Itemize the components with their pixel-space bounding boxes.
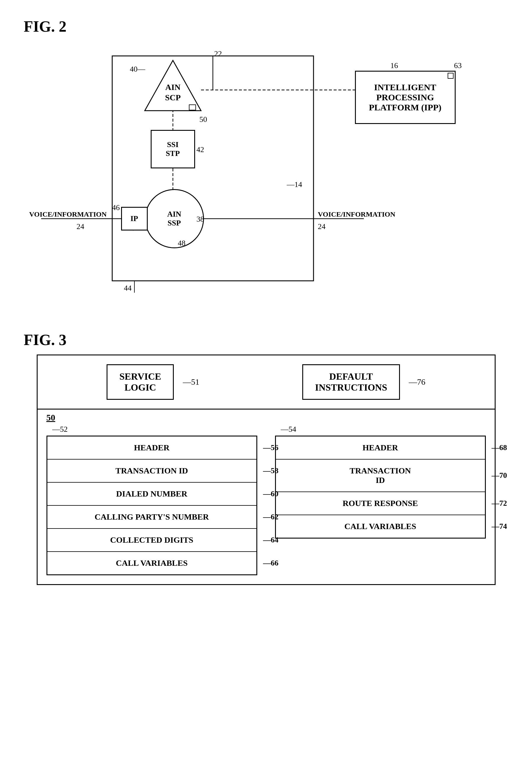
fig3-row-route-response: ROUTE RESPONSE —72 <box>276 492 485 515</box>
fig3-dialed-number-text: DIALED NUMBER <box>116 489 187 499</box>
fig3-ref-50: 50 <box>46 413 486 423</box>
fig3-row-call-variables-right: CALL VARIABLES —74 <box>276 515 485 538</box>
ipp-node: INTELLIGENTPROCESSINGPLATFORM (IPP) <box>355 71 456 124</box>
fig3-route-response-text: ROUTE RESPONSE <box>343 499 418 508</box>
voice-info-right: VOICE/INFORMATION <box>318 210 396 218</box>
ref-44: 44 <box>124 284 132 293</box>
fig3-columns: —52 HEADER —56 TRANSACTION ID —58 <box>46 425 486 575</box>
service-logic-label: SERVICELOGIC <box>119 371 161 393</box>
ref-40: 40— <box>130 65 145 74</box>
ref-46: 46 <box>112 203 120 212</box>
fig3-row-call-variables-left: CALL VARIABLES —66 <box>47 552 256 574</box>
svg-rect-0 <box>112 56 314 281</box>
ipp-label: INTELLIGENTPROCESSINGPLATFORM (IPP) <box>369 82 441 112</box>
ref-14: —14 <box>287 180 302 189</box>
fig3-outer-box: SERVICELOGIC —51 DEFAULTINSTRUCTIONS —76 <box>37 354 496 585</box>
ref-42: 42 <box>196 145 204 154</box>
ain-scp-node: AIN SCP <box>143 59 202 114</box>
voice-info-left: VOICE/INFORMATION <box>29 210 107 218</box>
ip-node: IP <box>121 207 148 230</box>
fig3-row-calling-party: CALLING PARTY'S NUMBER —62 <box>47 506 256 529</box>
fig3-call-variables-left-text: CALL VARIABLES <box>116 558 188 568</box>
fig3-calling-party-text: CALLING PARTY'S NUMBER <box>95 512 209 522</box>
ref-74: —74 <box>492 522 507 531</box>
fig2-diagram: AIN SCP 40— SSISTP 42 AINSSP 38 —14 IP <box>29 41 503 307</box>
fig3-call-variables-right-text: CALL VARIABLES <box>344 522 416 531</box>
fig3-transaction-id-right-text: TRANSACTIONID <box>350 466 411 485</box>
ref-51: —51 <box>183 377 199 387</box>
ref-63: 63 <box>454 61 462 70</box>
fig3-row-collected-digits: COLLECTED DIGITS —64 <box>47 529 256 552</box>
ref-54-label: —54 <box>275 425 486 434</box>
fig2-title: FIG. 2 <box>24 18 508 35</box>
ain-ssp-node: AINSSP <box>145 189 204 248</box>
fig3-right-container: —54 HEADER —68 TRANSACTIONID —70 <box>275 425 486 575</box>
ipp-small-box <box>448 73 454 79</box>
default-instructions-box: DEFAULTINSTRUCTIONS <box>302 364 400 400</box>
fig3-row-dialed-number: DIALED NUMBER —60 <box>47 483 256 506</box>
svg-text:SCP: SCP <box>165 93 180 102</box>
fig3-left-box: HEADER —56 TRANSACTION ID —58 DIALED NUM… <box>46 436 257 575</box>
fig3-title: FIG. 3 <box>24 331 508 348</box>
ssi-stp-node: SSISTP <box>151 130 195 168</box>
ip-label: IP <box>130 214 138 223</box>
fig3-bottom-area: 50 —52 HEADER —56 <box>38 410 495 584</box>
ain-ssp-label: AINSSP <box>167 210 181 227</box>
fig3-left-container: —52 HEADER —56 TRANSACTION ID —58 <box>46 425 257 575</box>
ref-16: 16 <box>391 61 398 70</box>
ain-scp-triangle-svg: AIN SCP <box>143 59 202 114</box>
fig3-header-right-text: HEADER <box>363 443 398 453</box>
fig3-section: FIG. 3 SERVICELOGIC —51 DEFAULTINSTRUCTI… <box>24 331 508 585</box>
ref-72: —72 <box>492 499 507 508</box>
ref-52: —52 <box>46 425 257 434</box>
fig3-row-header-left: HEADER —56 <box>47 437 256 460</box>
fig3-collected-digits-text: COLLECTED DIGITS <box>110 535 193 545</box>
ain-ssp-circle: AINSSP <box>145 189 204 248</box>
ref-38: 38 <box>196 215 204 224</box>
fig3-row-transaction-id: TRANSACTION ID —58 <box>47 460 256 483</box>
fig3-transaction-id-text: TRANSACTION ID <box>115 466 188 476</box>
fig3-top-row: SERVICELOGIC —51 DEFAULTINSTRUCTIONS —76 <box>38 355 495 410</box>
ref-76: —76 <box>409 377 425 387</box>
ssi-stp-label: SSISTP <box>166 140 180 158</box>
ref-70: —70 <box>492 471 507 480</box>
ref-24-right: 24 <box>318 222 326 231</box>
svg-text:AIN: AIN <box>165 83 180 92</box>
page: FIG. 2 <box>0 0 532 775</box>
default-instructions-label: DEFAULTINSTRUCTIONS <box>315 371 387 393</box>
fig3-header-left-text: HEADER <box>134 443 170 453</box>
fig3-row-transaction-id-right: TRANSACTIONID —70 <box>276 460 485 492</box>
svg-rect-15 <box>189 105 196 110</box>
fig3-right-box: HEADER —68 TRANSACTIONID —70 ROUTE RESPO… <box>275 436 486 539</box>
fig3-row-header-right: HEADER —68 <box>276 437 485 460</box>
ref-24-left: 24 <box>77 222 84 231</box>
ref-50: 50 <box>199 115 207 124</box>
service-logic-box: SERVICELOGIC <box>107 364 174 400</box>
ref-48: 48 <box>178 239 186 248</box>
ref-22: 22 <box>214 49 222 58</box>
ref-68: —68 <box>492 443 507 452</box>
